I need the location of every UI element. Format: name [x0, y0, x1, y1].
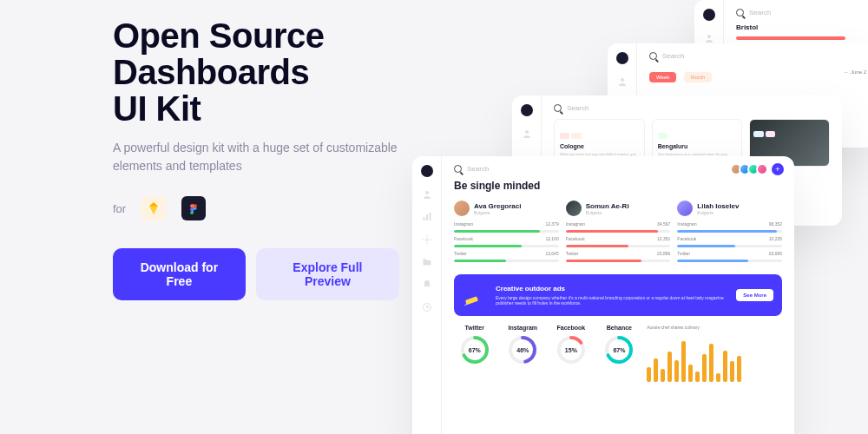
chart-bar	[667, 352, 672, 382]
stat-label: Facebook	[566, 236, 585, 241]
bar-chart	[647, 333, 782, 384]
stat-label: Twitter	[566, 251, 579, 256]
stat-value: 12,351	[657, 236, 670, 241]
chart-bar	[702, 354, 707, 383]
stat-label: Instagram	[566, 221, 585, 227]
user-icon	[617, 76, 628, 87]
avatar	[677, 201, 693, 216]
figma-icon	[181, 196, 206, 220]
donut-percent: 67%	[603, 334, 635, 365]
logo-icon	[703, 9, 715, 21]
stat-value: 12,379	[545, 221, 558, 227]
stat-value: 23,896	[657, 251, 670, 256]
stat-label: Facebook	[677, 236, 696, 241]
stat-label: Instagram	[677, 221, 696, 227]
download-button[interactable]: Download for Free	[113, 248, 246, 300]
profile-location: Bulgaria	[697, 210, 739, 215]
progress-bar	[736, 36, 845, 40]
user-icon	[704, 33, 714, 43]
chart-bar	[688, 365, 693, 382]
chart-bar	[723, 351, 727, 382]
city-title: Bristol	[736, 23, 868, 31]
profile-name: Somun Ae-Ri	[586, 202, 629, 210]
chart-bar	[709, 344, 713, 382]
logo-icon	[521, 104, 533, 116]
card-title: Cologne	[560, 143, 639, 149]
svg-rect-10	[465, 296, 478, 305]
profile-card[interactable]: Lilah IoselevBulgariaInstagram98,352Face…	[677, 201, 782, 266]
stat-value: 98,352	[769, 221, 782, 227]
svg-rect-7	[429, 213, 431, 220]
badge	[753, 131, 763, 137]
mockup-card-1: Search + Be single minded Ava GregoraciB…	[412, 156, 794, 434]
profile-name: Ava Gregoraci	[474, 202, 521, 210]
avatar	[454, 201, 470, 216]
stat-value: 10,235	[769, 236, 782, 241]
banner-subtitle: Every large design company whether it's …	[496, 295, 727, 306]
promo-banner: Creative outdoor ads Every large design …	[454, 274, 782, 316]
badge	[658, 133, 667, 139]
stat-label: Twitter	[677, 251, 690, 256]
svg-point-1	[707, 35, 711, 38]
stat-value: 34,567	[657, 221, 670, 227]
chart-icon	[422, 212, 432, 222]
search-icon	[554, 104, 562, 112]
donut-card: Twitter67%	[454, 325, 496, 384]
search-icon	[736, 9, 744, 16]
search-icon	[649, 52, 657, 60]
stat-label: Twitter	[454, 251, 467, 256]
stat-label: Instagram	[454, 221, 473, 227]
page-title: Be single minded	[454, 180, 782, 192]
stat-value: 12,100	[545, 236, 558, 241]
chart-title: Aussie chef shares culinary	[647, 325, 782, 330]
user-icon	[422, 189, 432, 200]
donut-label: Twitter	[454, 325, 496, 331]
svg-point-8	[425, 239, 428, 241]
user-icon	[522, 128, 532, 139]
date-nav[interactable]: ← June 2	[844, 69, 866, 75]
donut-label: Facebook	[550, 325, 592, 331]
tab-month[interactable]: Month	[684, 72, 713, 82]
pencil-icon	[463, 283, 487, 307]
chart-bar	[730, 361, 734, 382]
search-placeholder: Search	[749, 9, 771, 16]
svg-point-4	[425, 191, 429, 194]
explore-button[interactable]: Explore Full Preview	[256, 248, 399, 300]
chart-bar	[674, 360, 679, 382]
chart-bar	[737, 356, 741, 382]
svg-rect-6	[426, 214, 428, 220]
svg-point-3	[525, 130, 529, 134]
hero-title: Open Source Dashboards UI Kit	[113, 17, 399, 127]
stat-value: 13,645	[545, 251, 558, 256]
donut-label: Instagram	[503, 325, 544, 331]
chart-bar	[661, 369, 665, 382]
chart-bar	[716, 373, 720, 382]
add-user-button[interactable]: +	[772, 163, 784, 175]
profile-card[interactable]: Ava GregoraciBulgariaInstagram12,379Face…	[454, 201, 559, 266]
donut-label: Behance	[599, 325, 641, 331]
donut-percent: 67%	[459, 334, 490, 365]
profile-location: Bulgaria	[474, 210, 521, 215]
stat-label: Facebook	[454, 236, 473, 241]
logo-icon	[616, 52, 628, 64]
tab-week[interactable]: Week	[649, 72, 676, 82]
donut-card: Instagram46%	[503, 325, 544, 384]
avatar	[566, 201, 582, 216]
chart-bar	[654, 358, 658, 383]
badge	[560, 133, 569, 139]
profile-card[interactable]: Somun Ae-RiBulgariaInstagram34,567Facebo…	[566, 201, 671, 266]
card-title: Bengaluru	[658, 143, 737, 149]
for-label: for	[113, 202, 126, 215]
profile-location: Bulgaria	[586, 210, 629, 215]
see-more-button[interactable]: See More	[736, 289, 773, 301]
clock-icon	[422, 302, 432, 312]
preview-mockups: Search Bristol Search Week Month ← June …	[408, 0, 868, 434]
donut-card: Behance67%	[599, 325, 641, 384]
badge	[571, 133, 581, 139]
donut-percent: 46%	[507, 334, 538, 365]
avatar-stack: +	[733, 163, 784, 175]
badge	[766, 131, 775, 137]
donut-card: Facebook15%	[550, 325, 592, 384]
bell-icon	[422, 279, 432, 290]
logo-icon	[421, 165, 433, 177]
